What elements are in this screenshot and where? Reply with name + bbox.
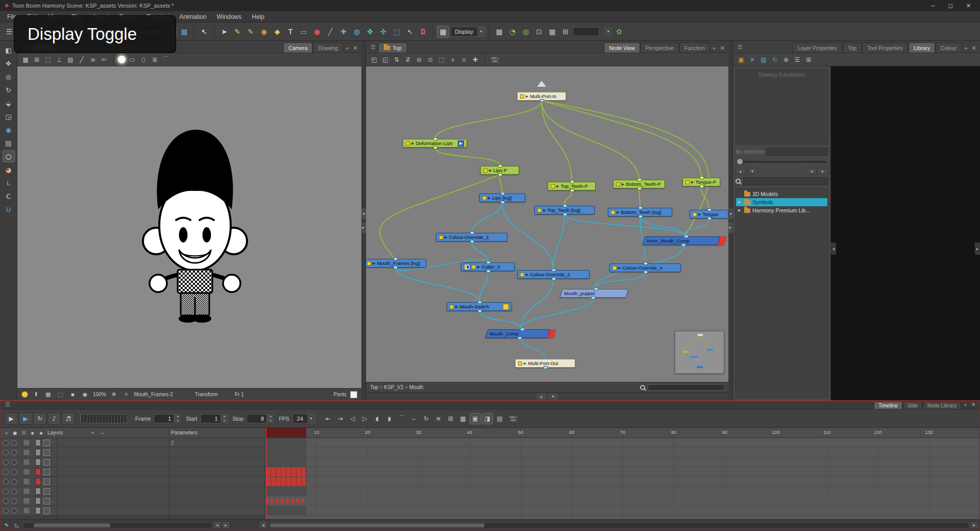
layer-lock-icon[interactable] <box>23 459 30 465</box>
tab-camera-camera[interactable]: Camera <box>283 42 312 53</box>
eye-icon[interactable]: ◉ <box>81 390 89 399</box>
target-add-icon[interactable]: ⊕ <box>781 55 791 65</box>
substitution-slider[interactable] <box>736 159 828 165</box>
timeline-frames-area[interactable]: 102030405060708090100110120130 <box>265 428 979 519</box>
marquee-icon[interactable]: ⬚ <box>390 26 403 38</box>
tab-right-colour[interactable]: Colour <box>936 42 962 53</box>
pan-view-icon[interactable]: ✥ <box>3 57 15 69</box>
l-badge-icon[interactable]: L <box>3 177 15 189</box>
fps-dropdown[interactable]: 24 ▼ <box>292 414 315 424</box>
library-search-input[interactable] <box>743 177 828 185</box>
node-colour-swatch[interactable] <box>483 168 487 173</box>
search-node-icon[interactable]: ⌽ <box>448 55 458 65</box>
text-tool-icon[interactable]: T <box>284 26 297 38</box>
frame-row-4[interactable] <box>265 467 979 477</box>
colour-swatch[interactable] <box>350 391 357 398</box>
spin-down-icon[interactable]: ▼ <box>267 419 274 423</box>
render-eye-icon[interactable]: ◉ <box>3 124 15 136</box>
expand-arrow-icon[interactable]: ▶ <box>617 210 619 214</box>
layer-lock-icon[interactable] <box>23 508 30 514</box>
node-colour-swatch[interactable] <box>472 265 476 269</box>
u-badge-icon[interactable]: U <box>3 203 15 215</box>
tab-timeline-side[interactable]: Side <box>903 401 922 409</box>
node-tp[interactable]: ▶Tongue-P <box>682 178 720 186</box>
tab-right-top[interactable]: Top <box>843 42 862 53</box>
layer-lock-icon[interactable] <box>23 478 30 485</box>
spin-up-icon[interactable]: ▲ <box>175 414 181 418</box>
next-icon[interactable]: ► <box>818 168 828 174</box>
tab-right-library[interactable]: Library <box>909 42 935 53</box>
layer-toggle-icon[interactable] <box>3 498 9 504</box>
collapse-right-icon[interactable]: ► <box>975 243 980 255</box>
library-item-3d-models[interactable]: 3D Models <box>736 190 827 198</box>
feather-icon[interactable]: ➴ <box>404 26 416 38</box>
show-dot-icon[interactable]: ● <box>11 429 19 437</box>
node-co2[interactable]: ▶Colour-Override_2 <box>436 233 507 242</box>
frame-row-5[interactable] <box>265 477 979 487</box>
layer-colour-swatch[interactable] <box>35 439 41 446</box>
close-x-icon[interactable]: ✕ <box>747 55 757 65</box>
expand-arrow-icon[interactable]: ▶ <box>618 266 621 270</box>
c-badge-icon[interactable]: C <box>3 190 15 202</box>
loop-button[interactable]: ↻ <box>33 413 46 425</box>
tab-right-tool-properties[interactable]: Tool Properties <box>862 42 908 53</box>
render-play-button[interactable]: ▶ <box>19 413 32 425</box>
pan-up-icon[interactable]: ▲ <box>536 394 547 400</box>
current-colour-icon[interactable] <box>118 56 126 63</box>
onion-next-icon[interactable]: ◗ <box>384 413 395 424</box>
mark-out-icon[interactable]: ⇥ <box>335 413 346 424</box>
spin-up-icon[interactable]: ▲ <box>222 414 228 418</box>
frame-spinbox[interactable]: 1 ▲▼ <box>154 414 181 423</box>
node-colour-swatch[interactable] <box>616 182 620 186</box>
node-colour-swatch[interactable] <box>406 141 410 146</box>
panel-menu-icon[interactable]: ☰ <box>368 44 378 53</box>
expand-arrow-icon[interactable]: ▶ <box>698 212 701 216</box>
breadcrumb-top[interactable]: Top <box>370 384 378 390</box>
line-icon[interactable]: ╱ <box>77 55 87 65</box>
node-co3[interactable]: ▶Colour-Override_3 <box>517 270 590 279</box>
exposure-cells[interactable] <box>265 438 306 447</box>
focus-icon[interactable]: ⊙ <box>425 55 435 65</box>
close-view-button[interactable]: ✕ <box>718 43 726 53</box>
paste-icon[interactable]: ▤ <box>758 55 769 65</box>
layer-thumbnail[interactable] <box>43 459 50 466</box>
expand-arrow-icon[interactable]: ▶ <box>455 305 458 309</box>
node-mpo[interactable]: ▶Multi-Port-Out <box>515 359 575 368</box>
tab-right-layer-properties[interactable]: Layer Properties <box>793 42 842 53</box>
node-view-tab[interactable]: Top <box>378 42 407 53</box>
expand-arrow-icon[interactable]: ▶ <box>445 235 447 239</box>
stop-value[interactable]: 8 <box>247 414 267 423</box>
tab-timeline-node-library[interactable]: Node Library <box>923 401 961 409</box>
delete-layer-button[interactable]: − <box>99 429 106 437</box>
breadcrumb-ksp_v2[interactable]: KSP_V2 <box>384 384 404 390</box>
layer-row-7[interactable] <box>1 496 265 506</box>
exposure-cells[interactable] <box>265 467 306 476</box>
onion-skin-icon[interactable]: ◕ <box>3 163 15 176</box>
add-layer-button[interactable]: ＋ <box>89 429 96 437</box>
layer-toggle-icon[interactable] <box>11 479 17 485</box>
target-icon[interactable]: ◎ <box>520 26 532 38</box>
layer-thumbnail[interactable] <box>43 449 50 456</box>
layer-toggle-icon[interactable] <box>3 450 9 455</box>
layer-row-6[interactable] <box>1 487 265 496</box>
camera-canvas[interactable] <box>17 66 361 388</box>
light-bulb-icon[interactable] <box>21 391 28 398</box>
node-mf[interactable]: ▶Mouth_Frames [tvg] <box>366 259 426 268</box>
frame-row-1[interactable] <box>265 438 979 448</box>
layers-icon[interactable]: ▤ <box>3 137 15 149</box>
node-colour-swatch[interactable] <box>611 210 615 214</box>
tab-camera-drawing[interactable]: Drawing <box>313 42 343 53</box>
playhead[interactable] <box>265 428 266 519</box>
grid-outline-icon[interactable]: ⊞ <box>32 55 42 65</box>
add-view-button[interactable]: ＋ <box>343 43 351 53</box>
layer-toggle-icon[interactable] <box>3 440 9 446</box>
outline-icon[interactable]: ⬚ <box>56 390 65 399</box>
collapse-right-icon[interactable]: ► <box>728 222 733 233</box>
safe-area-icon[interactable]: ⬚ <box>43 55 53 65</box>
menu-animation[interactable]: Animation <box>174 12 211 21</box>
close-view-button[interactable]: ✕ <box>969 400 977 409</box>
angle-icon[interactable]: ◺ <box>13 521 21 529</box>
close-button[interactable]: ✕ <box>966 3 971 9</box>
frame-ruler[interactable]: 102030405060708090100110120130 <box>265 428 979 438</box>
grid-icon[interactable]: ▦ <box>546 26 558 38</box>
